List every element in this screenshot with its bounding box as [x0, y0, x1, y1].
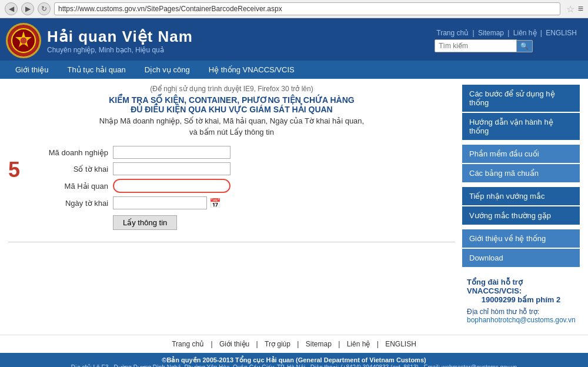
forward-button[interactable]: ▶ [21, 2, 34, 15]
instruction-box: (Để nghị sử dụng trình duyệt IE9, Firefo… [8, 85, 455, 136]
email-label: Địa chỉ hòm thư hỗ trợ: [467, 308, 575, 316]
header-right: Trang chủ | Sitemap | Liên hệ | ENGLISH … [435, 29, 579, 52]
refresh-button[interactable]: ↻ [38, 2, 51, 15]
footer-english[interactable]: ENGLISH [385, 340, 416, 348]
footer-lienhe[interactable]: Liên hệ [347, 340, 370, 348]
nav-item-gioithieu[interactable]: Giới thiệu [6, 61, 58, 79]
home-link[interactable]: Trang chủ [436, 29, 469, 37]
support-number: 19009299 bấm phím 2 [467, 295, 575, 304]
main-wrapper: (Để nghị sử dụng trình duyệt IE9, Firefo… [0, 79, 588, 335]
site-nav: Giới thiệu Thủ tục hải quan Dịch vụ công… [0, 61, 588, 79]
support-email: bophanhotrotchq@customs.gov.vn [467, 316, 575, 324]
footer-gioithieu[interactable]: Giới thiệu [219, 340, 249, 348]
footer-sitemap[interactable]: Sitemap [306, 340, 332, 348]
label-ngaytokhai: Ngày tờ khai [32, 199, 108, 208]
sitemap-link[interactable]: Sitemap [478, 29, 504, 37]
back-button[interactable]: ◀ [5, 2, 18, 15]
input-sotokhai[interactable] [113, 162, 230, 175]
bookmark-icon[interactable]: ☆ [566, 4, 574, 15]
menu-icon[interactable]: ≡ [578, 4, 583, 14]
left-content: (Để nghị sử dụng trình duyệt IE9, Firefo… [8, 85, 455, 329]
submit-button[interactable]: Lấy thông tin [113, 215, 177, 230]
title-line1: KIỂM TRA SỐ KIỆN, CONTAINER, PHƯƠNG TIỆN… [8, 95, 455, 105]
label-sotokhai: Số tờ khai [32, 165, 108, 174]
site-subtitle: Chuyên nghiệp, Minh bạch, Hiệu quả [47, 46, 193, 54]
footer-nav: Trang chủ | Giới thiệu | Trợ giúp | Site… [0, 335, 588, 353]
step-number: 5 [8, 158, 20, 182]
english-link[interactable]: ENGLISH [546, 29, 577, 37]
logo-area: Hải quan Việt Nam Chuyên nghiệp, Minh bạ… [6, 23, 193, 58]
sidebar-btn-tiepnhan[interactable]: Tiếp nhận vướng mắc [462, 187, 580, 205]
header-top: Hải quan Việt Nam Chuyên nghiệp, Minh bạ… [0, 18, 588, 61]
support-title: Tổng đài hỗ trợ VNACCS/VCIS: [467, 278, 575, 295]
sidebar-btn-download[interactable]: Download [462, 249, 580, 267]
copyright-address: Địa chỉ: Lô E3 - Đường Dương Đình Nghệ, … [4, 364, 584, 367]
desc-line: Nhập Mã doanh nghiệp, Số tờ khai, Mã hải… [8, 116, 455, 125]
support-box: Tổng đài hỗ trợ VNACCS/VCIS: 19009299 bấ… [462, 273, 580, 329]
input-mahaiquan[interactable] [113, 179, 230, 193]
svg-point-2 [20, 37, 27, 44]
ie-note: (Để nghị sử dụng trình duyệt IE9, Firefo… [8, 85, 455, 93]
title-line2: ĐỦ ĐIỀU KIỆN QUA KHU VỰC GIÁM SÁT HẢI QU… [8, 105, 455, 114]
search-input[interactable] [435, 39, 517, 52]
desc-line2: và bấm nút Lấy thông tin [8, 128, 455, 136]
label-madoanhnghiep: Mã doanh nghiệp [32, 148, 108, 157]
nav-item-thutuc[interactable]: Thủ tục hải quan [58, 61, 135, 79]
field-row-ngaytokhai: Ngày tờ khai 📅 [32, 196, 455, 209]
nav-item-dichvu[interactable]: Dịch vụ công [135, 61, 199, 79]
search-button[interactable]: 🔍 [517, 40, 533, 52]
footer-copyright: ©Bản quyền 2005-2013 Tổng cục Hải quan (… [0, 353, 588, 367]
logo-circle [6, 23, 41, 58]
field-row-madoanhnghiep: Mã doanh nghiệp [32, 146, 455, 159]
form-fields: Mã doanh nghiệp Số tờ khai Mã Hải quan N… [32, 146, 455, 230]
form-area: 5 Mã doanh nghiệp Số tờ khai Mã Hải quan… [8, 146, 455, 230]
sidebar-btn-bangma[interactable]: Các bảng mã chuẩn [462, 164, 580, 182]
divider [8, 242, 455, 242]
sidebar-btn-cacbuoc[interactable]: Các bước để sử dụng hệ thống [462, 85, 580, 112]
sidebar-btn-gioithieu[interactable]: Giới thiệu về hệ thống [462, 229, 580, 248]
contact-link[interactable]: Liên hệ [513, 29, 537, 37]
logo-emblem [8, 25, 39, 56]
label-mahaiquan: Mã Hải quan [32, 182, 108, 191]
header-links: Trang chủ | Sitemap | Liên hệ | ENGLISH [435, 29, 579, 37]
sidebar-btn-huongdan[interactable]: Hướng dẫn vận hành hệ thống [462, 113, 580, 140]
footer-trogiup[interactable]: Trợ giúp [265, 340, 290, 348]
site-title: Hải quan Việt Nam [47, 28, 193, 46]
site-title-area: Hải quan Việt Nam Chuyên nghiệp, Minh bạ… [47, 28, 193, 54]
input-madoanhnghiep[interactable] [113, 146, 230, 159]
date-wrapper: 📅 [113, 196, 221, 209]
field-row-sotokhai: Số tờ khai [32, 162, 455, 175]
copyright-bold: ©Bản quyền 2005-2013 Tổng cục Hải quan (… [4, 356, 584, 364]
calendar-icon[interactable]: 📅 [209, 198, 221, 209]
address-bar[interactable] [54, 2, 560, 15]
submit-row: Lấy thông tin [32, 213, 455, 230]
input-ngaytokhai[interactable] [113, 196, 207, 209]
search-bar: 🔍 [435, 39, 579, 52]
nav-item-vnaccs[interactable]: Hệ thống VNACCS/VCIS [199, 61, 304, 79]
field-row-mahaiquan: Mã Hải quan [32, 179, 455, 193]
sidebar-btn-phanmem[interactable]: Phần mềm đầu cuối [462, 145, 580, 163]
sidebar-btn-vuongmac[interactable]: Vướng mắc thường gặp [462, 206, 580, 225]
right-sidebar: Các bước để sử dụng hệ thống Hướng dẫn v… [462, 85, 580, 329]
site-header: Hải quan Việt Nam Chuyên nghiệp, Minh bạ… [0, 18, 588, 79]
browser-bar: ◀ ▶ ↻ ☆ ≡ [0, 0, 588, 18]
footer-home[interactable]: Trang chủ [172, 340, 204, 348]
